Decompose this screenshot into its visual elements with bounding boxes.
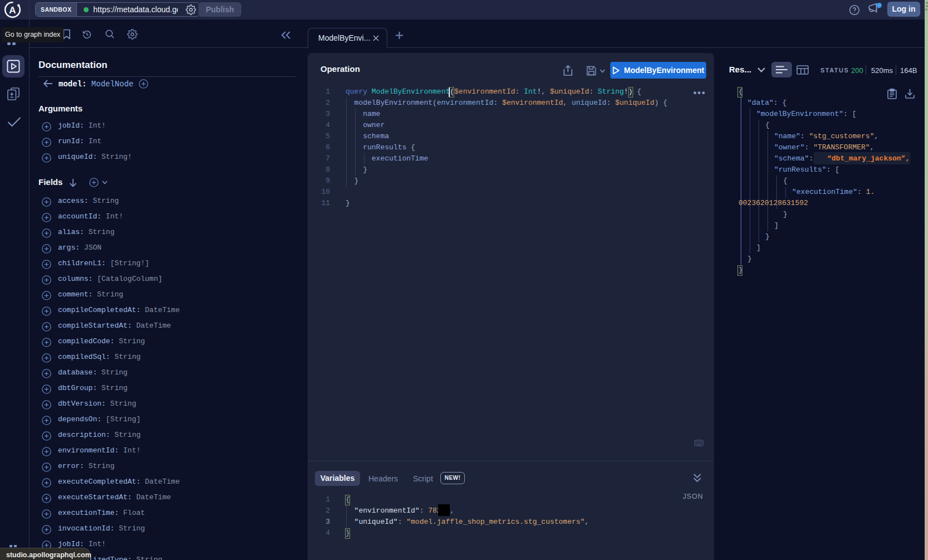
- svg-text:A: A: [9, 5, 16, 16]
